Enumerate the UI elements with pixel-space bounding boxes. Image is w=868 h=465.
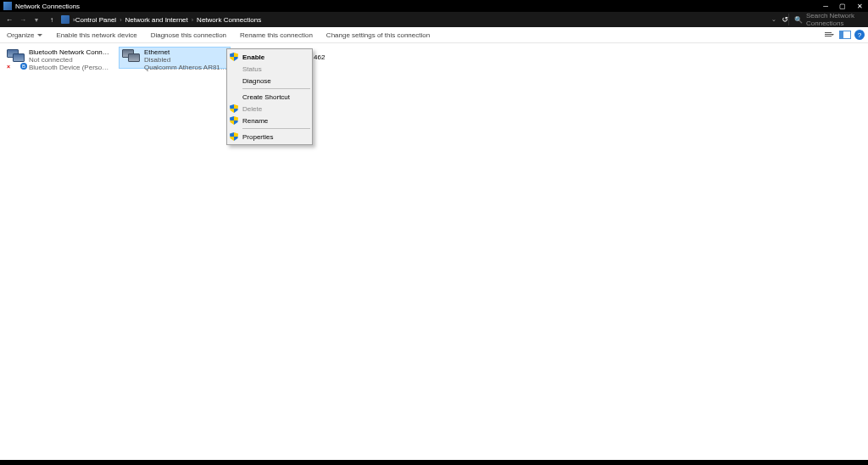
shield-icon bbox=[230, 132, 238, 141]
back-button[interactable]: ← bbox=[3, 14, 15, 25]
shield-icon bbox=[230, 116, 238, 125]
network-adapter-icon bbox=[122, 49, 141, 68]
window-title: Network Connections bbox=[15, 3, 80, 10]
separator bbox=[242, 128, 310, 129]
disconnected-badge-icon: × bbox=[5, 63, 12, 70]
adapter-item-bluetooth[interactable]: × B Bluetooth Network Connection Not con… bbox=[3, 47, 115, 69]
change-settings-button[interactable]: Change settings of this connection bbox=[320, 27, 437, 42]
context-delete: Delete bbox=[227, 103, 312, 115]
search-icon: 🔍 bbox=[794, 16, 803, 24]
breadcrumb-seg-network-connections[interactable]: Network Connections bbox=[197, 16, 261, 24]
rename-connection-button[interactable]: Rename this connection bbox=[233, 27, 320, 42]
enable-device-button[interactable]: Enable this network device bbox=[49, 27, 143, 42]
adapter-item-ethernet[interactable]: Ethernet Disabled Qualcomm Atheros AR817… bbox=[119, 47, 231, 69]
separator bbox=[242, 88, 310, 89]
command-bar: Organize Enable this network device Diag… bbox=[0, 27, 868, 43]
shield-icon bbox=[230, 104, 238, 113]
minimize-button[interactable]: ─ bbox=[817, 0, 834, 12]
diagnose-connection-button[interactable]: Diagnose this connection bbox=[144, 27, 233, 42]
preview-pane-toggle[interactable] bbox=[837, 29, 853, 41]
list-icon bbox=[825, 32, 832, 37]
breadcrumb-seg-network-and-internet[interactable]: Network and Internet bbox=[125, 16, 188, 24]
truncated-text-fragment: 462 bbox=[314, 53, 325, 61]
window-controls: ─ ▢ ✕ bbox=[817, 0, 868, 12]
address-dropdown[interactable]: ⌄ bbox=[771, 16, 776, 23]
chevron-right-icon: › bbox=[192, 17, 193, 23]
bluetooth-badge-icon: B bbox=[20, 63, 27, 70]
up-button[interactable]: ↑ bbox=[46, 14, 58, 25]
adapter-name: Ethernet bbox=[144, 49, 227, 57]
location-icon bbox=[61, 15, 70, 24]
nav-row: ← → ▾ ↑ › Control Panel › Network and In… bbox=[0, 12, 868, 27]
bottom-strip bbox=[0, 460, 868, 465]
context-menu: Enable Status Diagnose Create Shortcut D… bbox=[226, 48, 313, 145]
content-area[interactable]: × B Bluetooth Network Connection Not con… bbox=[0, 43, 868, 460]
adapter-device: Bluetooth Device (Personal Area ... bbox=[29, 64, 112, 72]
adapter-status: Disabled bbox=[144, 57, 227, 64]
context-create-shortcut[interactable]: Create Shortcut bbox=[227, 91, 312, 103]
forward-button[interactable]: → bbox=[17, 14, 29, 25]
adapter-device: Qualcomm Atheros AR8171/817... bbox=[144, 64, 227, 72]
shield-icon bbox=[230, 53, 238, 61]
app-icon bbox=[3, 2, 12, 10]
context-diagnose[interactable]: Diagnose bbox=[227, 75, 312, 87]
context-properties[interactable]: Properties bbox=[227, 131, 312, 143]
context-enable[interactable]: Enable bbox=[227, 51, 312, 63]
network-adapter-icon: × B bbox=[7, 49, 25, 68]
adapter-status: Not connected bbox=[29, 57, 112, 64]
recent-dropdown[interactable]: ▾ bbox=[31, 14, 42, 25]
search-box[interactable]: 🔍 Search Network Connections bbox=[788, 14, 865, 25]
pane-icon bbox=[839, 31, 851, 39]
help-button[interactable]: ? bbox=[854, 30, 865, 40]
organize-menu[interactable]: Organize bbox=[0, 27, 49, 42]
breadcrumb-seg-control-panel[interactable]: Control Panel bbox=[75, 16, 116, 24]
breadcrumb[interactable]: Control Panel › Network and Internet › N… bbox=[75, 16, 771, 24]
chevron-right-icon: › bbox=[120, 17, 121, 23]
context-rename[interactable]: Rename bbox=[227, 115, 312, 126]
refresh-button[interactable]: ↻ bbox=[782, 15, 788, 24]
title-bar: Network Connections ─ ▢ ✕ bbox=[0, 0, 868, 12]
search-placeholder: Search Network Connections bbox=[806, 12, 865, 27]
adapter-name: Bluetooth Network Connection bbox=[29, 49, 112, 57]
close-button[interactable]: ✕ bbox=[851, 0, 868, 12]
context-status: Status bbox=[227, 63, 312, 75]
maximize-button[interactable]: ▢ bbox=[834, 0, 851, 12]
view-mode-dropdown[interactable] bbox=[821, 29, 836, 41]
